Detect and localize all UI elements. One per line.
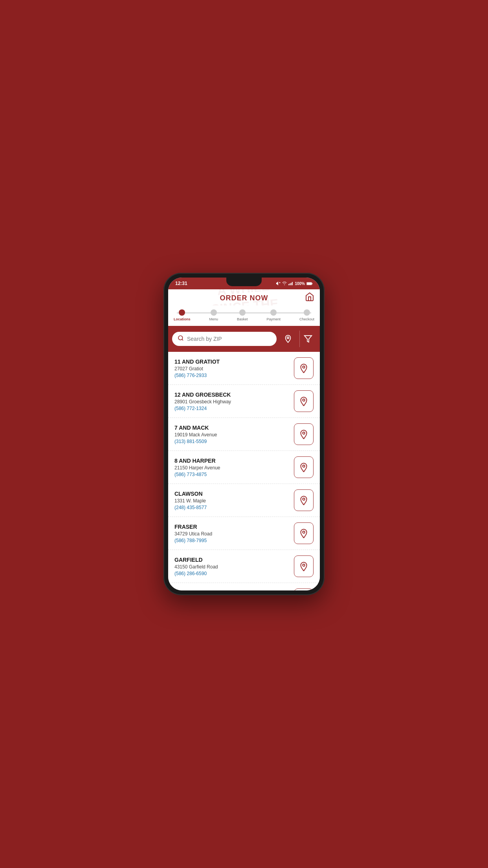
list-item: FRASER 34729 Utica Road (586) 788-7995: [168, 517, 320, 550]
progress-track: Locations Menu Basket Payment: [174, 309, 314, 321]
location-pin-button-0[interactable]: [294, 357, 314, 379]
svg-point-13: [303, 372, 305, 373]
step-label-basket: Basket: [237, 317, 248, 321]
list-item: 11 AND GRATIOT 27027 Gratiot (586) 776-2…: [168, 352, 320, 385]
search-bar-section: [168, 326, 320, 352]
svg-point-17: [303, 438, 305, 439]
location-phone-4[interactable]: (248) 435-8577: [174, 505, 290, 510]
location-pin-button-5[interactable]: [294, 522, 314, 544]
list-item: 8 AND HARPER 21150 Harper Avenue (586) 7…: [168, 451, 320, 484]
location-name-6: GARFIELD: [174, 557, 290, 563]
search-input-wrapper: [172, 332, 277, 346]
svg-point-8: [178, 336, 183, 340]
svg-point-15: [303, 405, 305, 406]
svg-rect-3: [290, 283, 290, 285]
progress-steps: Locations Menu Basket Payment: [174, 309, 314, 321]
location-name-1: 12 AND GROESBECK: [174, 392, 290, 398]
location-address-2: 19019 Mack Avenue: [174, 432, 290, 438]
step-locations[interactable]: Locations: [174, 309, 191, 321]
location-address-4: 1331 W. Maple: [174, 498, 290, 504]
location-address-6: 43150 Garfield Road: [174, 564, 290, 570]
location-name-2: 7 AND MACK: [174, 425, 290, 431]
step-dot-payment: [270, 309, 277, 316]
location-phone-0[interactable]: (586) 776-2933: [174, 373, 290, 378]
step-label-payment: Payment: [266, 317, 281, 321]
location-address-0: 27027 Gratiot: [174, 366, 290, 371]
location-info-4: CLAWSON 1331 W. Maple (248) 435-8577: [174, 491, 290, 510]
svg-marker-11: [304, 336, 311, 342]
location-address-3: 21150 Harper Avenue: [174, 465, 290, 471]
status-icons: 100%: [276, 281, 313, 286]
svg-point-16: [303, 432, 305, 434]
location-phone-3[interactable]: (586) 773-4875: [174, 472, 290, 477]
svg-point-24: [303, 564, 305, 566]
location-pin-button-1[interactable]: [294, 390, 314, 412]
list-item: GARFIELD 43150 Garfield Road (586) 286-6…: [168, 550, 320, 583]
step-dot-basket: [239, 309, 246, 316]
location-pin-button-2[interactable]: [294, 423, 314, 445]
search-input[interactable]: [187, 336, 271, 342]
svg-rect-7: [307, 283, 312, 285]
location-info-1: 12 AND GROESBECK 28901 Groesbeck Highway…: [174, 392, 290, 411]
step-dot-locations: [179, 309, 185, 316]
list-item: 7 AND MACK 19019 Mack Avenue (313) 881-5…: [168, 418, 320, 451]
location-icon-button[interactable]: [280, 331, 296, 347]
list-item: CLAWSON 1331 W. Maple (248) 435-8577: [168, 484, 320, 517]
step-menu[interactable]: Menu: [209, 309, 218, 321]
location-pin-button-7[interactable]: [294, 588, 314, 590]
step-basket[interactable]: Basket: [237, 309, 248, 321]
location-info-0: 11 AND GRATIOT 27027 Gratiot (586) 776-2…: [174, 359, 290, 378]
filter-button[interactable]: [299, 331, 316, 347]
locations-list: 11 AND GRATIOT 27027 Gratiot (586) 776-2…: [168, 352, 320, 590]
location-name-5: FRASER: [174, 524, 290, 530]
location-address-5: 34729 Utica Road: [174, 531, 290, 537]
wifi-icon: [282, 281, 287, 285]
svg-point-12: [303, 366, 305, 368]
step-label-locations: Locations: [174, 317, 191, 321]
list-item: 12 AND GROESBECK 28901 Groesbeck Highway…: [168, 385, 320, 418]
battery-text: 100%: [295, 281, 305, 286]
location-phone-5[interactable]: (586) 788-7995: [174, 538, 290, 543]
location-pin-button-6[interactable]: [294, 555, 314, 577]
location-phone-6[interactable]: (586) 286-6590: [174, 571, 290, 576]
svg-rect-4: [291, 283, 292, 285]
progress-section: Locations Menu Basket Payment: [168, 305, 320, 326]
svg-point-14: [303, 399, 305, 401]
location-info-2: 7 AND MACK 19019 Mack Avenue (313) 881-5…: [174, 425, 290, 444]
battery-icon: [306, 282, 313, 285]
svg-line-9: [182, 339, 183, 340]
location-phone-1[interactable]: (586) 772-1324: [174, 406, 290, 411]
svg-point-18: [303, 465, 305, 467]
location-info-3: 8 AND HARPER 21150 Harper Avenue (586) 7…: [174, 458, 290, 477]
step-label-checkout: Checkout: [299, 317, 314, 321]
location-pin-button-3[interactable]: [294, 456, 314, 478]
location-pin-button-4[interactable]: [294, 489, 314, 511]
svg-point-22: [303, 531, 305, 533]
svg-point-21: [303, 504, 305, 505]
search-icon: [178, 335, 184, 343]
list-item: MACOMB TOWNSHIP 15555 Hall Road (586) 56…: [168, 583, 320, 590]
step-payment[interactable]: Payment: [266, 309, 281, 321]
step-checkout[interactable]: Checkout: [299, 309, 314, 321]
location-name-0: 11 AND GRATIOT: [174, 359, 290, 365]
home-button[interactable]: [305, 292, 314, 303]
location-info-6: GARFIELD 43150 Garfield Road (586) 286-6…: [174, 557, 290, 576]
svg-rect-5: [292, 282, 293, 285]
step-label-menu: Menu: [209, 317, 218, 321]
phone-frame: 12:31 100%: [163, 273, 325, 595]
phone-screen: 12:31 100%: [168, 278, 320, 590]
location-info-5: FRASER 34729 Utica Road (586) 788-7995: [174, 524, 290, 543]
location-phone-2[interactable]: (313) 881-5509: [174, 439, 290, 444]
app-header: IT'S BEENA WHILESINCE THECUISINE ORDER N…: [168, 289, 320, 305]
location-address-1: 28901 Groesbeck Highway: [174, 399, 290, 405]
location-name-4: CLAWSON: [174, 491, 290, 497]
signal-icon: [288, 281, 293, 285]
notch: [226, 278, 262, 286]
location-name-3: 8 AND HARPER: [174, 458, 290, 464]
mute-icon: [276, 281, 281, 285]
location-name-7: MACOMB TOWNSHIP: [174, 590, 290, 591]
svg-point-20: [303, 498, 305, 500]
svg-point-19: [303, 471, 305, 472]
header-title: ORDER NOW: [220, 294, 268, 302]
step-dot-checkout: [304, 309, 310, 316]
